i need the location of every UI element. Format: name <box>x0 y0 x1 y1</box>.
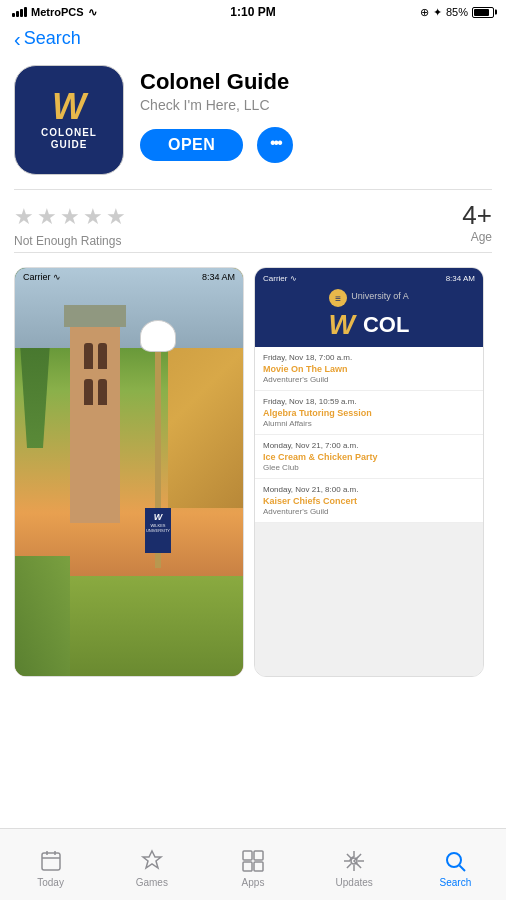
app-icon-wrapper: W COLONELGUIDE <box>14 65 124 175</box>
svg-line-10 <box>460 866 466 872</box>
ss2-nav-icon-letter: ≡ <box>335 293 341 304</box>
ss1-carrier: Carrier ∿ <box>23 272 61 282</box>
star-4: ★ <box>83 204 103 230</box>
status-left: MetroPCS ∿ <box>12 6 97 19</box>
svg-rect-7 <box>254 862 263 871</box>
search-icon <box>443 849 467 873</box>
ss2-status-bar: Carrier ∿ 8:34 AM <box>263 274 475 283</box>
today-icon <box>39 849 63 873</box>
star-3: ★ <box>60 204 80 230</box>
tab-item-search[interactable]: Search <box>405 829 506 900</box>
ss1-status-bar: Carrier ∿ 8:34 AM <box>15 272 243 282</box>
event-date-1: Friday, Nov 18, 7:00 a.m. <box>263 353 475 362</box>
back-chevron-icon: ‹ <box>14 29 21 49</box>
event-item-4: Monday, Nov 21, 8:00 a.m. Kaiser Chiefs … <box>255 479 483 523</box>
tower-window-r <box>98 343 107 369</box>
app-name: Colonel Guide <box>140 69 492 95</box>
tab-label-search: Search <box>440 877 472 888</box>
app-icon-w-letter: W <box>52 89 86 125</box>
apps-icon <box>241 849 265 873</box>
svg-rect-6 <box>243 862 252 871</box>
event-item-1: Friday, Nov 18, 7:00 a.m. Movie On The L… <box>255 347 483 391</box>
tower-roof <box>64 305 126 327</box>
event-name-2: Algebra Tutoring Session <box>263 408 475 418</box>
age-section: 4+ Age <box>462 202 492 248</box>
foliage-left <box>15 556 70 676</box>
more-button[interactable]: ••• <box>257 127 293 163</box>
bluetooth-icon: ✦ <box>433 6 442 19</box>
ss2-header: Carrier ∿ 8:34 AM ≡ University of A W CO… <box>255 268 483 347</box>
ss2-col-text: COL <box>363 312 409 337</box>
banner-university: WILKESUNIVERSITY <box>146 524 170 534</box>
star-2: ★ <box>37 204 57 230</box>
screenshot-2[interactable]: Carrier ∿ 8:34 AM ≡ University of A W CO… <box>254 267 484 677</box>
app-header: W COLONELGUIDE Colonel Guide Check I'm H… <box>14 57 492 189</box>
tab-label-updates: Updates <box>336 877 373 888</box>
updates-icon <box>342 849 366 873</box>
tab-item-updates[interactable]: Updates <box>304 829 405 900</box>
svg-rect-0 <box>42 853 60 870</box>
tab-label-today: Today <box>37 877 64 888</box>
svg-point-9 <box>447 853 461 867</box>
campus-banner: W WILKESUNIVERSITY <box>145 508 171 553</box>
ss2-nav-icon: ≡ <box>329 289 347 307</box>
event-org-2: Alumni Affairs <box>263 419 475 428</box>
tower-window-2r <box>98 379 107 405</box>
screenshot-1[interactable]: Carrier ∿ 8:34 AM <box>14 267 244 677</box>
stars: ★ ★ ★ ★ ★ <box>14 204 126 230</box>
tab-item-games[interactable]: Games <box>101 829 202 900</box>
ss2-time: 8:34 AM <box>446 274 475 283</box>
status-bar: MetroPCS ∿ 1:10 PM ⊕ ✦ 85% <box>0 0 506 22</box>
lamp-head <box>140 320 176 352</box>
screenshots-area: Carrier ∿ 8:34 AM <box>14 267 492 697</box>
battery-percent: 85% <box>446 6 468 18</box>
back-navigation[interactable]: ‹ Search <box>0 22 506 57</box>
svg-rect-5 <box>254 851 263 860</box>
main-content: W COLONELGUIDE Colonel Guide Check I'm H… <box>0 57 506 697</box>
banner-w-letter: W <box>154 512 163 522</box>
event-date-4: Monday, Nov 21, 8:00 a.m. <box>263 485 475 494</box>
app-developer: Check I'm Here, LLC <box>140 97 492 113</box>
app-actions: OPEN ••• <box>140 127 492 163</box>
status-right: ⊕ ✦ 85% <box>420 6 494 19</box>
age-value: 4+ <box>462 202 492 228</box>
star-1: ★ <box>14 204 34 230</box>
event-date-3: Monday, Nov 21, 7:00 a.m. <box>263 441 475 450</box>
ratings-row: ★ ★ ★ ★ ★ Not Enough Ratings 4+ Age <box>14 189 492 253</box>
event-org-3: Glee Club <box>263 463 475 472</box>
tab-item-apps[interactable]: Apps <box>202 829 303 900</box>
open-button[interactable]: OPEN <box>140 129 243 161</box>
app-icon-text: COLONELGUIDE <box>41 127 97 151</box>
tab-item-today[interactable]: Today <box>0 829 101 900</box>
games-icon <box>140 849 164 873</box>
rating-label: Not Enough Ratings <box>14 234 126 248</box>
signal-icon <box>12 7 27 17</box>
wifi-icon: ∿ <box>88 6 97 19</box>
event-date-2: Friday, Nov 18, 10:59 a.m. <box>263 397 475 406</box>
app-info: Colonel Guide Check I'm Here, LLC OPEN •… <box>140 65 492 163</box>
back-label[interactable]: Search <box>24 28 81 49</box>
tab-label-apps: Apps <box>242 877 265 888</box>
event-item-3: Monday, Nov 21, 7:00 a.m. Ice Cream & Ch… <box>255 435 483 479</box>
tower-windows <box>70 323 120 369</box>
event-list: Friday, Nov 18, 7:00 a.m. Movie On The L… <box>255 347 483 523</box>
tower-body <box>70 323 120 523</box>
ellipsis-icon: ••• <box>270 134 281 152</box>
tab-label-games: Games <box>136 877 168 888</box>
tower-window-l <box>84 343 93 369</box>
ss2-col-text-block: COL <box>363 312 409 338</box>
event-item-2: Friday, Nov 18, 10:59 a.m. Algebra Tutor… <box>255 391 483 435</box>
ss2-logo-row: W COL <box>329 309 410 341</box>
ss2-uni-label: University of A <box>351 291 409 301</box>
ss2-carrier: Carrier ∿ <box>263 274 297 283</box>
battery-icon <box>472 7 494 18</box>
event-org-4: Adventurer's Guild <box>263 507 475 516</box>
event-org-1: Adventurer's Guild <box>263 375 475 384</box>
ss1-time: 8:34 AM <box>202 272 235 282</box>
event-name-4: Kaiser Chiefs Concert <box>263 496 475 506</box>
ss2-logo-w: W <box>329 309 355 341</box>
carrier-label: MetroPCS <box>31 6 84 18</box>
location-icon: ⊕ <box>420 6 429 19</box>
ss2-nav-bar: ≡ University of A <box>329 287 409 309</box>
age-label: Age <box>471 230 492 244</box>
